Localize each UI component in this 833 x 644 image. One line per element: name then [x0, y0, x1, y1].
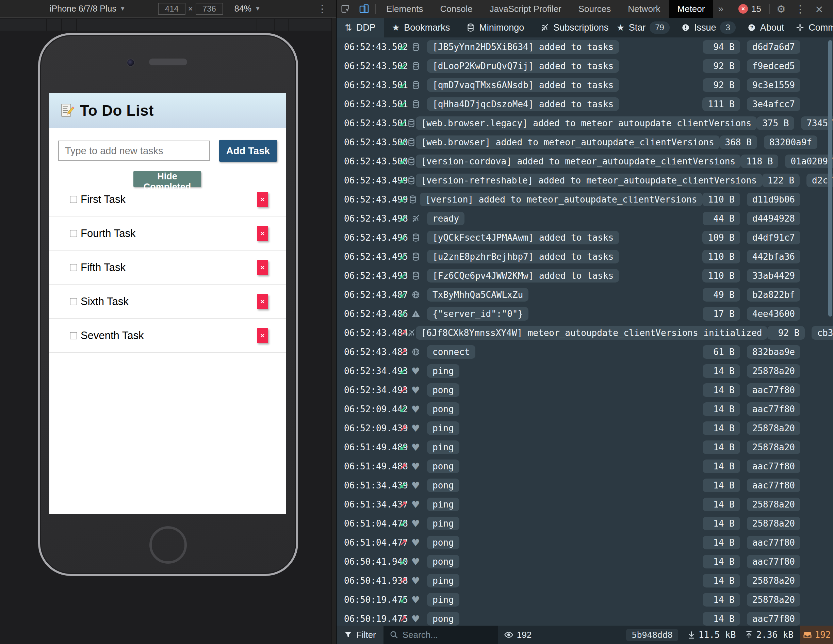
log-row[interactable]: 06:51:34.439 — [336, 476, 833, 495]
viewport-width-input[interactable] — [158, 3, 185, 14]
log-row[interactable]: 06:52:43.499 — [336, 190, 833, 209]
page-scrollbar[interactable] — [331, 18, 336, 644]
inspect-element-icon[interactable] — [336, 0, 355, 18]
log-row[interactable]: 06:52:43.493 — [336, 266, 833, 285]
log-row[interactable]: 06:52:43.495 — [336, 247, 833, 266]
device-toggle-icon[interactable] — [355, 0, 373, 18]
heart-icon: ♥ — [412, 461, 420, 472]
issues-button[interactable]: Issue 3 — [681, 21, 736, 34]
tab-ddp[interactable]: ⇅ DDP — [336, 18, 384, 37]
message-size: 375 B — [757, 116, 794, 130]
log-row[interactable]: 06:52:43.500 — [336, 133, 833, 152]
heart-icon: ♥ — [412, 365, 420, 377]
log-row[interactable]: 06:52:09.442 — [336, 399, 833, 419]
filter-button[interactable]: Filter — [336, 626, 383, 644]
log-row[interactable]: 06:50:19.475 — [336, 590, 833, 609]
message-type-icon: ♥ — [412, 252, 427, 261]
log-row[interactable]: 06:50:41.940 — [336, 552, 833, 571]
log-row[interactable]: 06:52:43.487 — [336, 285, 833, 304]
about-button[interactable]: ? About — [747, 23, 784, 33]
log-row[interactable]: 06:52:43.502 — [336, 37, 833, 56]
log-row[interactable]: 06:51:49.488 — [336, 457, 833, 476]
community-button[interactable]: Community — [796, 23, 833, 33]
log-timestamp: 06:50:41.940 — [344, 557, 399, 567]
devtools-tab[interactable]: Elements — [378, 0, 431, 18]
log-row[interactable]: 06:52:43.501 — [336, 76, 833, 95]
log-row[interactable]: 06:51:04.478 — [336, 514, 833, 533]
svg-text:?: ? — [750, 25, 753, 30]
log-message: [Fz6CQe6pv4JWW2KMw] added to tasks — [427, 269, 619, 283]
media-query-bar[interactable] — [0, 19, 331, 31]
direction-arrow-icon — [399, 347, 412, 357]
log-timestamp: 06:51:34.437 — [344, 499, 399, 510]
settings-gear-icon[interactable]: ⚙ — [772, 3, 790, 15]
delete-task-button[interactable]: × — [257, 328, 268, 343]
github-star-button[interactable]: ★ Star 79 — [617, 21, 670, 34]
log-row[interactable]: 06:52:43.483 — [336, 343, 833, 361]
tab-minimongo[interactable]: Minimongo — [458, 18, 532, 37]
log-row-meta: 14 B aac77f80 — [703, 383, 833, 397]
task-checkbox[interactable] — [70, 196, 77, 203]
log-timestamp: 06:52:43.501 — [344, 80, 399, 90]
log-scrollbar-thumb[interactable] — [828, 40, 832, 317]
tab-subscriptions[interactable]: Subscriptions — [532, 18, 617, 37]
more-options-icon[interactable]: ⋮ — [317, 3, 327, 14]
devtools-tab[interactable]: Network — [619, 0, 669, 18]
log-row[interactable]: 06:52:34.493 — [336, 361, 833, 380]
log-row[interactable]: 06:52:43.499 — [336, 171, 833, 190]
error-badge[interactable]: × 15 — [738, 4, 761, 14]
delete-task-button[interactable]: × — [257, 260, 268, 275]
phone-camera — [127, 58, 135, 67]
delete-task-button[interactable]: × — [257, 192, 268, 207]
log-row[interactable]: 06:51:34.437 — [336, 495, 833, 514]
log-row[interactable]: 06:52:43.500 — [336, 152, 833, 171]
log-row-meta: 14 B aac77f80 — [703, 555, 833, 568]
log-row[interactable]: 06:52:43.496 — [336, 228, 833, 247]
message-size: 14 B — [703, 497, 740, 511]
log-row[interactable]: 06:52:43.484 — [336, 324, 833, 343]
log-row[interactable]: 06:50:19.475 — [336, 609, 833, 626]
devtools-tab[interactable]: Sources — [570, 0, 619, 18]
message-size: 17 B — [703, 307, 740, 320]
delete-task-button[interactable]: × — [257, 294, 268, 309]
devtools-menu-icon[interactable]: ⋮ — [790, 3, 810, 15]
task-checkbox[interactable] — [70, 332, 77, 340]
more-tabs-icon[interactable]: » — [713, 3, 728, 14]
visible-count-value: 192 — [517, 630, 532, 640]
task-checkbox[interactable] — [70, 230, 77, 237]
close-devtools-icon[interactable]: × — [810, 3, 828, 15]
log-row[interactable]: 06:51:49.489 — [336, 438, 833, 457]
direction-arrow-icon — [399, 404, 412, 415]
log-row[interactable]: 06:50:41.938 — [336, 571, 833, 590]
devtools-tab[interactable]: JavaScript Profiler — [481, 0, 570, 18]
log-row[interactable]: 06:52:43.502 — [336, 56, 833, 76]
direction-arrow-icon — [399, 137, 407, 148]
devtools-tab[interactable]: Meteor — [669, 0, 714, 18]
message-size: 111 B — [702, 97, 740, 111]
devtools-tab[interactable]: Console — [431, 0, 481, 18]
tab-label: Subscriptions — [553, 23, 608, 33]
task-label: Sixth Task — [80, 295, 129, 308]
zoom-selector[interactable]: 84% — [235, 4, 251, 14]
log-row[interactable]: 06:52:43.501 — [336, 114, 833, 133]
delete-task-button[interactable]: × — [257, 226, 268, 241]
log-row[interactable]: 06:52:43.486 — [336, 304, 833, 324]
task-checkbox[interactable] — [70, 298, 77, 305]
message-type-icon: ♥ — [412, 480, 427, 491]
device-selector[interactable]: iPhone 6/7/8 Plus — [50, 4, 116, 14]
tab-bookmarks[interactable]: ★ Bookmarks — [384, 18, 458, 37]
log-message: [qmD7vaqTMxs6ANsdb] added to tasks — [427, 78, 619, 92]
log-row[interactable]: 06:51:04.477 — [336, 533, 833, 552]
log-row[interactable]: 06:52:09.439 — [336, 419, 833, 438]
new-task-input[interactable] — [58, 140, 210, 161]
log-row[interactable]: 06:52:43.498 — [336, 209, 833, 228]
task-label: First Task — [80, 193, 125, 206]
task-checkbox[interactable] — [70, 264, 77, 271]
search-input[interactable]: Search... — [383, 626, 498, 644]
message-hash: 01a02097 — [785, 155, 833, 168]
viewport-height-input[interactable] — [196, 3, 223, 14]
log-row[interactable]: 06:52:34.493 — [336, 380, 833, 399]
add-task-button[interactable]: Add Task — [219, 140, 277, 162]
log-row-meta: 49 B b2a822bf — [703, 288, 833, 301]
log-row[interactable]: 06:52:43.501 — [336, 95, 833, 114]
